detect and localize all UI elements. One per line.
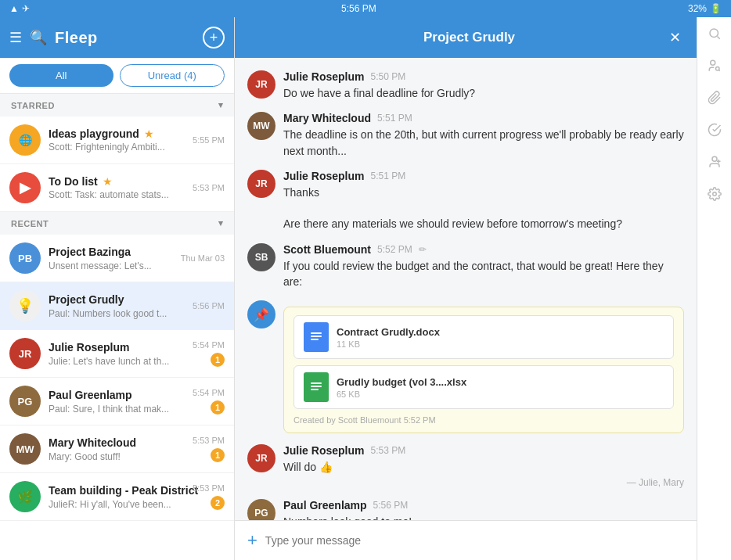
svg-rect-6 <box>311 386 322 387</box>
recent-label: RECENT <box>11 219 49 228</box>
conv-preview: Paul: Sure, I think that mak... <box>49 404 185 415</box>
list-item[interactable]: 🌿 Team building - Peak District JulieR: … <box>0 473 234 521</box>
unread-badge: 2 <box>211 496 225 510</box>
list-item[interactable]: 💡 Project Grudly Paul: Numbers look good… <box>0 282 234 330</box>
pin-icon: 📌 <box>247 300 275 328</box>
conv-meta: 5:54 PM 1 <box>193 388 225 415</box>
svg-point-11 <box>715 67 719 71</box>
file-created: Created by Scott Bluemount 5:52 PM <box>293 415 674 425</box>
message-text: The deadline is on the 20th, but with cu… <box>283 127 684 159</box>
settings-icon[interactable] <box>708 187 722 205</box>
conv-time: 5:54 PM <box>193 340 225 350</box>
list-item[interactable]: ▶ To Do list ★ Scott: Task: automate sta… <box>0 164 234 212</box>
unread-badge: 1 <box>211 353 225 367</box>
svg-point-10 <box>710 60 715 65</box>
paperclip-icon[interactable] <box>708 91 722 109</box>
menu-icon[interactable]: ☰ <box>9 29 22 46</box>
avatar: MW <box>247 112 275 140</box>
file-info: Grudly budget (vol 3....xlsx 65 KB <box>337 376 664 399</box>
conv-name: Team building - Peak District <box>49 484 198 497</box>
conv-time: 5:56 PM <box>193 301 225 311</box>
message-author: Mary Whitecloud <box>283 112 371 124</box>
conv-meta: 5:54 PM 1 <box>193 340 225 367</box>
list-item[interactable]: 🌐 Ideas playground ★ Scott: Frighteningl… <box>0 117 234 164</box>
table-row: MW Mary Whitecloud 5:51 PM The deadline … <box>247 112 684 159</box>
file-name: Grudly budget (vol 3....xlsx <box>337 376 664 388</box>
edit-icon[interactable]: ✏ <box>419 244 427 255</box>
avatar: 🌐 <box>9 124 41 156</box>
message-body: Julie Roseplum 5:51 PM ThanksAre there a… <box>283 170 684 232</box>
xlsx-icon <box>304 372 329 402</box>
avatar: JR <box>247 170 275 198</box>
message-text: Do we have a final deadline for Grudly? <box>283 85 684 101</box>
search-icon[interactable]: 🔍 <box>30 29 47 46</box>
avatar: JR <box>9 338 41 369</box>
file-size: 65 KB <box>337 389 664 399</box>
file-item[interactable]: Grudly budget (vol 3....xlsx 65 KB <box>293 365 674 409</box>
unread-badge: 1 <box>211 400 225 415</box>
message-author: Scott Bluemount <box>283 243 371 256</box>
conv-info: Julie Roseplum Julie: Let's have lunch a… <box>49 340 185 367</box>
list-item[interactable]: PB Project Bazinga Unsent message: Let's… <box>0 235 234 282</box>
file-name: Contract Grudly.docx <box>337 326 664 338</box>
battery-text: 32% <box>688 3 707 14</box>
table-row: JR Julie Roseplum 5:51 PM ThanksAre ther… <box>247 170 684 232</box>
file-item[interactable]: Contract Grudly.docx 11 KB <box>293 315 674 359</box>
add-attachment-button[interactable]: + <box>247 530 257 551</box>
message-body: Mary Whitecloud 5:51 PM The deadline is … <box>283 112 684 159</box>
conversation-list: STARRED ▾ 🌐 Ideas playground ★ Scott: Fr… <box>0 94 234 560</box>
svg-line-12 <box>718 70 719 70</box>
signal-icon: ✈ <box>22 3 30 14</box>
conv-preview: Paul: Numbers look good t... <box>49 308 185 319</box>
chat-header: Project Grudly ✕ <box>235 17 697 58</box>
starred-collapse-icon[interactable]: ▾ <box>218 100 224 110</box>
table-row: SB Scott Bluemount 5:52 PM ✏ If you coul… <box>247 243 684 290</box>
tab-all[interactable]: All <box>9 64 113 87</box>
conv-time: Thu Mar 03 <box>181 253 225 263</box>
person-add-icon[interactable] <box>708 155 722 173</box>
conv-preview: JulieR: Hi y'all, You've been... <box>49 499 185 510</box>
list-item[interactable]: PG Paul Greenlamp Paul: Sure, I think th… <box>0 378 234 425</box>
status-bar: ▲ ✈ 5:56 PM 32% 🔋 <box>0 0 731 17</box>
message-author: Paul Greenlamp <box>283 499 367 512</box>
check-circle-icon[interactable] <box>708 123 722 141</box>
svg-rect-3 <box>311 339 319 340</box>
message-input[interactable] <box>265 534 684 547</box>
conv-info: Team building - Peak District JulieR: Hi… <box>49 483 185 510</box>
conv-info: Project Grudly Paul: Numbers look good t… <box>49 293 185 319</box>
conv-name: To Do list <box>49 175 98 188</box>
search-icon[interactable] <box>708 27 722 45</box>
table-row: JR Julie Roseplum 5:53 PM Will do 👍 Juli… <box>247 444 684 487</box>
chat-title: Project Grudly <box>423 30 515 45</box>
avatar: MW <box>9 433 41 465</box>
avatar: PG <box>9 386 41 417</box>
list-item[interactable]: MW Mary Whitecloud Mary: Good stuff! 5:5… <box>0 425 234 473</box>
svg-rect-2 <box>311 336 322 337</box>
avatar: PG <box>247 499 275 520</box>
file-attachment-area: Contract Grudly.docx 11 KB <box>283 307 684 433</box>
avatar: 💡 <box>9 290 41 321</box>
conv-name: Paul Greenlamp <box>49 389 132 401</box>
conv-preview: Mary: Good stuff! <box>49 451 185 462</box>
right-sidebar <box>697 17 731 560</box>
status-bar-left: ▲ ✈ <box>9 3 30 14</box>
close-icon[interactable]: ✕ <box>669 29 681 46</box>
conv-preview: Unsent message: Let's... <box>49 260 173 271</box>
recent-collapse-icon[interactable]: ▾ <box>218 218 224 228</box>
status-bar-right: 32% 🔋 <box>688 3 722 14</box>
table-row: PG Paul Greenlamp 5:56 PM Numbers look g… <box>247 499 684 520</box>
conv-info: Ideas playground ★ Scott: Frighteningly … <box>49 127 185 153</box>
tab-unread[interactable]: Unread (4) <box>120 64 225 87</box>
filter-tabs: All Unread (4) <box>0 58 234 94</box>
message-time: 5:52 PM <box>377 244 412 255</box>
message-text: Numbers look good to me! <box>283 514 684 520</box>
conv-preview: Scott: Frighteningly Ambiti... <box>49 142 185 153</box>
conv-meta: 5:53 PM 1 <box>193 436 225 462</box>
sidebar-header: ☰ 🔍 Fleep + <box>0 17 234 58</box>
compose-icon[interactable]: + <box>203 27 225 48</box>
list-item[interactable]: JR Julie Roseplum Julie: Let's have lunc… <box>0 330 234 378</box>
person-search-icon[interactable] <box>708 59 722 77</box>
avatar: SB <box>247 243 275 271</box>
file-attachment-row: 📌 Contract Grudly.docx <box>247 300 684 433</box>
docx-icon <box>304 322 329 352</box>
